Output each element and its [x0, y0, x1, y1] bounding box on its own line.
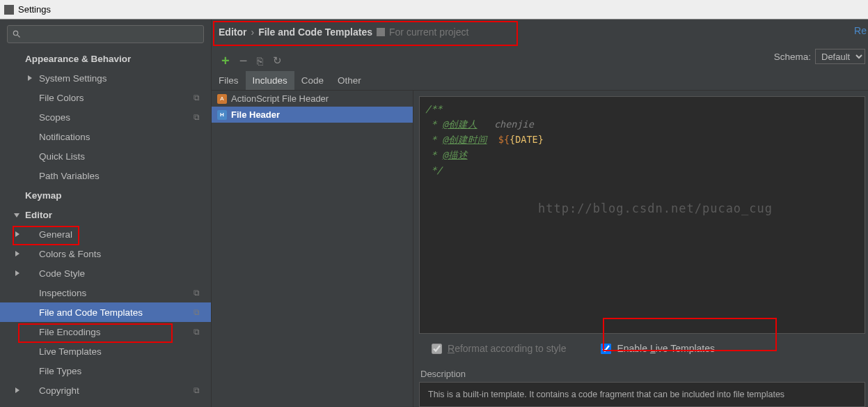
tab-includes[interactable]: Includes — [246, 71, 294, 90]
description-label: Description — [419, 366, 865, 382]
sidebar-item-notifications[interactable]: Notifications — [0, 127, 211, 146]
window-titlebar: Settings — [0, 0, 868, 20]
sidebar-item-label: General — [39, 229, 72, 240]
sidebar-item-scopes[interactable]: Scopes⧉ — [0, 107, 211, 127]
sidebar-item-label: System Settings — [39, 73, 107, 84]
breadcrumb-sep: › — [251, 26, 254, 38]
sidebar-item-code-style[interactable]: Code Style — [0, 263, 211, 283]
sidebar-item-label: Editor — [25, 210, 52, 220]
sidebar-item-editor[interactable]: Editor — [0, 205, 211, 224]
settings-tree: Appearance & BehaviorSystem SettingsFile… — [0, 49, 211, 407]
breadcrumb-part1: Editor — [219, 26, 246, 38]
sidebar-item-label: Path Variables — [39, 171, 100, 181]
refresh-button[interactable]: ↻ — [273, 54, 282, 67]
template-tabs: FilesIncludesCodeOther — [212, 71, 868, 91]
sidebar-item-label: Quick Lists — [39, 151, 85, 162]
project-scope-icon: ⧉ — [194, 307, 200, 317]
project-scope-icon: ⧉ — [194, 327, 200, 337]
sidebar-item-general[interactable]: General — [0, 224, 211, 244]
tab-code[interactable]: Code — [294, 71, 331, 90]
breadcrumb: Editor › File and Code Templates For cur… — [219, 26, 468, 38]
sidebar-item-label: Scopes — [39, 112, 70, 123]
sidebar-item-label: Code Style — [39, 268, 85, 279]
window-title: Settings — [18, 4, 51, 15]
template-list: AActionScript File HeaderHFile Header — [212, 91, 413, 407]
sidebar-item-copyright[interactable]: Copyright⧉ — [0, 381, 211, 400]
breadcrumb-hint: For current project — [389, 26, 468, 38]
project-scope-icon: ⧉ — [194, 93, 200, 102]
template-toolbar: + − ⎘ ↻ — [212, 50, 868, 71]
options-row: RReformat according to styleeformat acco… — [419, 334, 865, 363]
sidebar-item-system-settings[interactable]: System Settings — [0, 68, 211, 88]
sidebar-item-label: Keymap — [25, 190, 62, 201]
sidebar-item-label: Colors & Fonts — [39, 249, 101, 259]
sidebar-item-path-variables[interactable]: Path Variables — [0, 166, 211, 185]
sidebar-item-file-types[interactable]: File Types — [0, 361, 211, 381]
sidebar-item-label: File Encodings — [39, 327, 101, 337]
sidebar-item-label: File Colors — [39, 93, 84, 103]
sidebar-item-label: Live Templates — [39, 346, 102, 357]
content-pane: Editor › File and Code Templates For cur… — [212, 20, 868, 407]
list-item[interactable]: HFile Header — [212, 107, 413, 123]
sidebar-item-live-templates[interactable]: Live Templates — [0, 341, 211, 361]
file-icon: H — [217, 110, 227, 120]
editor-pane[interactable]: /** * @创建人 chenjie * @创建时间 ${{DATE} * @描… — [419, 96, 865, 334]
description-text: This is a built-in template. It contains… — [419, 382, 865, 407]
sidebar-item-inspections[interactable]: Inspections⧉ — [0, 283, 211, 302]
sidebar-item-label: Notifications — [39, 132, 90, 142]
sidebar-item-label: Copyright — [39, 385, 79, 396]
copy-button[interactable]: ⎘ — [257, 55, 263, 67]
sidebar-item-file-and-code-templates[interactable]: File and Code Templates⧉ — [0, 302, 211, 322]
file-icon: A — [217, 94, 227, 104]
reformat-checkbox-input[interactable] — [432, 344, 442, 354]
list-item[interactable]: AActionScript File Header — [212, 91, 413, 107]
live-templates-checkbox-input[interactable] — [601, 344, 611, 354]
list-item-label: ActionScript File Header — [231, 93, 329, 104]
project-scope-icon: ⧉ — [194, 385, 200, 395]
sidebar-item-label: Appearance & Behavior — [25, 54, 131, 64]
watermark: http://blog.csdn.net/pucao_cug — [538, 201, 773, 215]
code-area[interactable]: /** * @创建人 chenjie * @创建时间 ${{DATE} * @描… — [420, 97, 865, 182]
sidebar-item-label: Inspections — [39, 288, 86, 298]
project-icon — [377, 28, 385, 36]
sidebar-item-label: File Types — [39, 366, 81, 376]
live-templates-checkbox[interactable]: Enable Live Templates — [601, 343, 715, 354]
sidebar-item-keymap[interactable]: Keymap — [0, 185, 211, 205]
app-icon — [4, 5, 14, 15]
sidebar-item-colors-fonts[interactable]: Colors & Fonts — [0, 244, 211, 263]
sidebar-item-file-colors[interactable]: File Colors⧉ — [0, 88, 211, 107]
breadcrumb-part2: File and Code Templates — [258, 26, 372, 38]
project-scope-icon: ⧉ — [194, 112, 200, 122]
sidebar-item-appearance-behavior[interactable]: Appearance & Behavior — [0, 49, 211, 68]
sidebar-item-label: File and Code Templates — [39, 307, 143, 318]
sidebar-item-file-encodings[interactable]: File Encodings⧉ — [0, 322, 211, 341]
schema-select[interactable]: Default — [815, 49, 865, 64]
search-input[interactable] — [7, 25, 204, 43]
tab-other[interactable]: Other — [331, 71, 368, 90]
add-button[interactable]: + — [221, 53, 230, 69]
project-scope-icon: ⧉ — [194, 288, 200, 298]
reformat-checkbox[interactable]: RReformat according to styleeformat acco… — [432, 343, 566, 354]
remove-button[interactable]: − — [239, 53, 248, 69]
sidebar-item-quick-lists[interactable]: Quick Lists — [0, 146, 211, 166]
list-item-label: File Header — [231, 109, 280, 120]
tab-files[interactable]: Files — [212, 71, 246, 90]
reset-link[interactable]: Re — [854, 25, 867, 36]
settings-sidebar: Appearance & BehaviorSystem SettingsFile… — [0, 20, 212, 407]
search-icon — [12, 29, 22, 39]
schema-label: Schema: — [774, 52, 811, 62]
